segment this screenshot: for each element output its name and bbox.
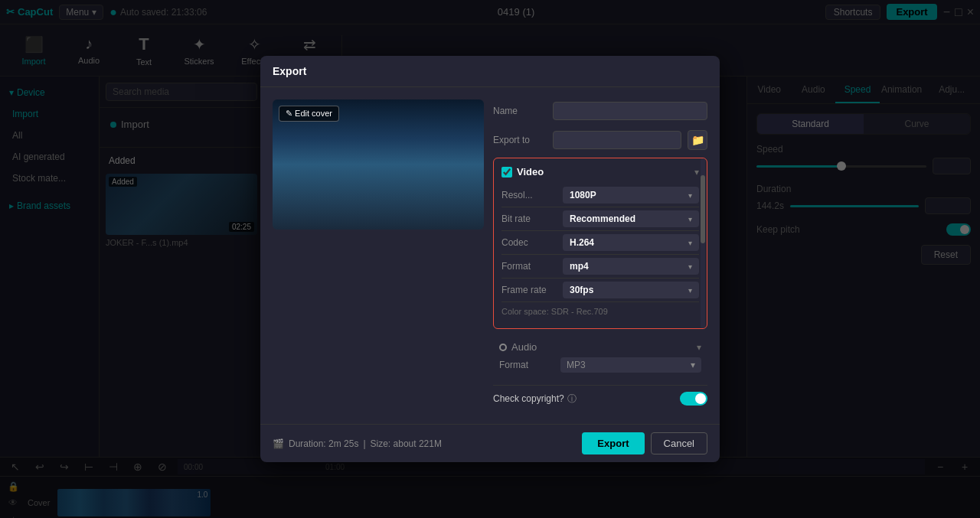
footer-actions: Export Cancel	[582, 432, 707, 454]
export-dialog-overlay: Export ✎ Edit cover Name 0419 (1)	[0, 0, 980, 518]
resolution-label: Resol...	[501, 190, 563, 200]
audio-format-label: Format	[499, 360, 560, 370]
codec-value: H.264	[570, 237, 594, 248]
footer-duration: Duration: 2m 25s	[289, 438, 358, 449]
film-icon: 🎬	[273, 438, 284, 449]
footer-size: Size: about 221M	[371, 438, 442, 449]
audio-format-chevron-icon: ▾	[691, 360, 695, 370]
bitrate-row: Bit rate Recommended ▾	[501, 207, 699, 231]
copyright-toggle[interactable]	[680, 392, 707, 406]
bitrate-select[interactable]: Recommended ▾	[563, 210, 699, 227]
dialog-cancel-button[interactable]: Cancel	[651, 432, 707, 454]
bitrate-chevron-icon: ▾	[688, 215, 692, 223]
dialog-export-button[interactable]: Export	[582, 432, 644, 454]
dialog-export-label: Export	[597, 438, 629, 449]
edit-cover-button[interactable]: ✎ Edit cover	[279, 106, 339, 122]
export-path-input[interactable]: C:/Users/hebah/App...	[553, 131, 681, 149]
format-chevron-icon: ▾	[688, 262, 692, 271]
audio-format-row: Format MP3 ▾	[499, 357, 701, 373]
codec-chevron-icon: ▾	[688, 239, 692, 247]
dialog-two-col: ✎ Edit cover Name 0419 (1) Export to C:/…	[273, 99, 707, 412]
dialog-header: Export	[260, 56, 720, 87]
framerate-chevron-icon: ▾	[688, 286, 692, 295]
footer-info: 🎬 Duration: 2m 25s | Size: about 221M	[273, 438, 442, 449]
export-to-row: Export to C:/Users/hebah/App... 📁	[493, 129, 707, 151]
dialog-preview: ✎ Edit cover	[273, 99, 484, 230]
audio-section-title: Audio	[511, 341, 537, 353]
bitrate-value: Recommended	[570, 213, 635, 224]
bitrate-label: Bit rate	[501, 213, 563, 224]
framerate-value: 30fps	[570, 285, 593, 295]
video-settings-section: Video ▾ Resol... 1080P ▾ Bit r	[493, 158, 707, 329]
copyright-label: Check copyright? ⓘ	[493, 393, 680, 406]
name-row: Name 0419 (1)	[493, 99, 707, 122]
dialog-title: Export	[273, 65, 306, 77]
audio-format-value: MP3	[567, 360, 586, 370]
dialog-cancel-label: Cancel	[664, 438, 694, 449]
framerate-row: Frame rate 30fps ▾	[501, 279, 699, 302]
name-input[interactable]: 0419 (1)	[553, 102, 707, 120]
copyright-toggle-thumb	[695, 393, 706, 404]
codec-label: Codec	[501, 237, 563, 248]
export-dialog: Export ✎ Edit cover Name 0419 (1)	[260, 56, 720, 462]
framerate-label: Frame rate	[501, 285, 563, 295]
footer-separator: |	[363, 438, 365, 449]
resolution-select[interactable]: 1080P ▾	[563, 187, 699, 204]
dialog-form: Name 0419 (1) Export to C:/Users/hebah/A…	[493, 99, 707, 412]
audio-expand-icon[interactable]: ▾	[697, 342, 701, 353]
video-section-title: Video	[517, 166, 544, 178]
resolution-value: 1080P	[570, 190, 596, 200]
resolution-chevron-icon: ▾	[688, 191, 692, 200]
resolution-row: Resol... 1080P ▾	[501, 184, 699, 207]
codec-select[interactable]: H.264 ▾	[563, 234, 699, 251]
format-row: Format mp4 ▾	[501, 255, 699, 279]
audio-format-select[interactable]: MP3 ▾	[560, 357, 701, 373]
color-space-info: Color space: SDR - Rec.709	[501, 302, 699, 321]
audio-settings-section: Audio ▾ Format MP3 ▾	[493, 335, 707, 379]
folder-browse-button[interactable]: 📁	[688, 130, 707, 150]
color-space-text: Color space: SDR - Rec.709	[501, 307, 608, 316]
video-enabled-checkbox[interactable]	[501, 167, 512, 178]
dialog-scrollbar-thumb[interactable]	[701, 175, 705, 243]
format-label: Format	[501, 261, 563, 272]
format-value: mp4	[570, 261, 589, 272]
copyright-row: Check copyright? ⓘ	[493, 385, 707, 412]
copyright-label-text: Check copyright?	[493, 393, 564, 404]
video-section-expand-icon[interactable]: ▾	[694, 167, 699, 178]
info-icon: ⓘ	[567, 393, 577, 406]
edit-cover-label: ✎ Edit cover	[286, 109, 332, 119]
framerate-select[interactable]: 30fps ▾	[563, 282, 699, 298]
audio-disabled-icon	[499, 344, 507, 351]
dialog-body: ✎ Edit cover Name 0419 (1) Export to C:/…	[260, 87, 720, 424]
export-to-label: Export to	[493, 135, 547, 145]
dialog-scrollbar-track[interactable]	[701, 158, 705, 328]
format-select[interactable]: mp4 ▾	[563, 258, 699, 275]
codec-row: Codec H.264 ▾	[501, 231, 699, 255]
dialog-footer: 🎬 Duration: 2m 25s | Size: about 221M Ex…	[260, 424, 720, 462]
video-section-header: Video ▾	[501, 166, 699, 178]
audio-section-header: Audio ▾	[499, 341, 701, 353]
name-label: Name	[493, 106, 547, 116]
